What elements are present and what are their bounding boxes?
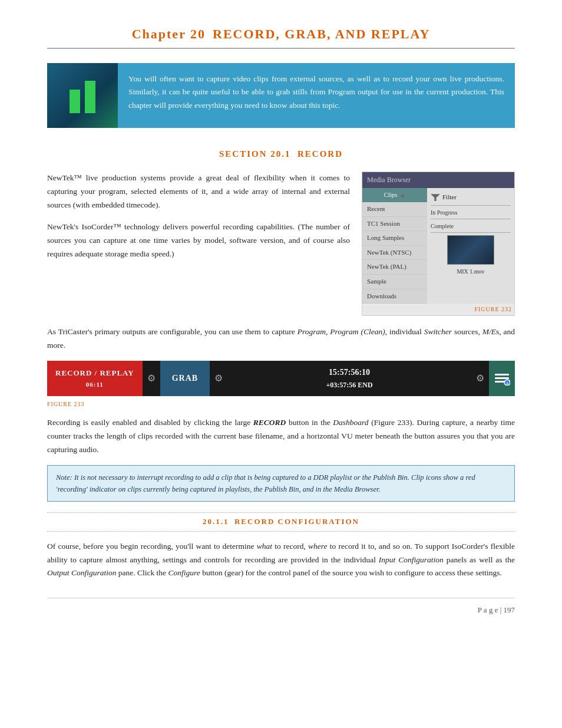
intro-text: You will often want to capture video cli… — [118, 63, 515, 128]
intro-image — [47, 63, 118, 128]
para4-mid: button in the — [286, 418, 333, 427]
media-browser-box: Media Browser Clips ▲ Recent TC1 Session… — [362, 172, 515, 316]
chapter-title: Chapter 20 RECORD, GRAB, AND REPLAY — [47, 24, 515, 49]
intro-box: You will often want to capture video cli… — [47, 63, 515, 128]
rb-end-label: +03:57:56 END — [233, 380, 465, 391]
para4-start: Recording is easily enabled and disabled… — [47, 418, 253, 427]
filter-label: Filter — [442, 192, 457, 203]
section-title: SECTION 20.1 RECORD — [47, 147, 515, 161]
rb-timecode: 15:57:56:10 — [233, 366, 465, 379]
rb-gear-3[interactable]: ⚙ — [471, 361, 489, 396]
chapter-number: Chapter 20 — [132, 27, 206, 41]
note-text: Note: It is not necessary to interrupt r… — [56, 473, 475, 493]
body-para5: Of course, before you begin recording, y… — [47, 540, 515, 581]
svg-text:2: 2 — [506, 381, 508, 386]
body-para4: Recording is easily enabled and disabled… — [47, 416, 515, 457]
svg-rect-1 — [495, 377, 509, 379]
body-para1: NewTek™ live production systems provide … — [47, 172, 350, 212]
rb-icon: 2 — [489, 361, 515, 396]
rb-grab-label: GRAB — [172, 372, 198, 385]
bar-1 — [70, 90, 80, 113]
mb-divider-1 — [431, 205, 511, 206]
mb-in-progress: In Progress — [431, 208, 511, 218]
section-label: SECTION 20.1 — [219, 149, 291, 159]
mb-divider-3 — [431, 232, 511, 233]
subsection-title: 20.1.1 RECORD CONFIGURATION — [47, 512, 515, 532]
rb-time-label: 06:11 — [55, 380, 134, 390]
rb-gear-1[interactable]: ⚙ — [143, 361, 160, 396]
mb-item-sample[interactable]: Sample — [362, 275, 427, 289]
mb-thumbnail — [447, 235, 494, 265]
rb-time: 15:57:56:10 +03:57:56 END — [227, 366, 471, 391]
mb-item-ntsc[interactable]: NewTek (NTSC) — [362, 246, 427, 261]
note-box: Note: It is not necessary to interrupt r… — [47, 465, 515, 502]
mb-right: Filter In Progress Complete MIX 1.mov — [427, 188, 514, 304]
para4-dashboard: Dashboard — [333, 418, 368, 427]
media-browser-body: Clips ▲ Recent TC1 Session Long Samples … — [362, 188, 514, 304]
mb-item-recent[interactable]: Recent — [362, 202, 427, 217]
record-icon-bars — [70, 78, 95, 113]
mb-filter: Filter — [431, 190, 511, 205]
mb-filename: MIX 1.mov — [431, 267, 511, 276]
figure233-label: FIGURE 233 — [47, 400, 515, 409]
figure232-label: FIGURE 232 — [362, 304, 514, 315]
para4-record: RECORD — [253, 418, 286, 427]
rb-record-label: RECORD / REPLAY — [55, 367, 134, 380]
mb-item-downloads[interactable]: Downloads — [362, 289, 427, 304]
mb-clips-header: Clips ▲ — [362, 188, 427, 202]
intro-image-inner — [47, 63, 118, 128]
svg-rect-0 — [495, 374, 509, 375]
scroll-arrow: ▲ — [400, 190, 406, 200]
mb-left: Clips ▲ Recent TC1 Session Long Samples … — [362, 188, 427, 304]
media-browser-title: Media Browser — [362, 172, 514, 188]
page-footer: P a g e | 197 — [47, 598, 515, 617]
menu-icon: 2 — [494, 371, 510, 386]
subsection-heading: RECORD CONFIGURATION — [234, 517, 359, 526]
rb-grab: GRAB — [160, 361, 210, 396]
body-para2: NewTek's IsoCorder™ technology delivers … — [47, 220, 350, 261]
filter-icon — [431, 194, 440, 201]
clips-label: Clips — [384, 190, 397, 200]
page-number: P a g e | 197 — [478, 605, 515, 614]
mb-item-pal[interactable]: NewTek (PAL) — [362, 260, 427, 275]
subsection-number: 20.1.1 — [203, 517, 229, 526]
mb-item-tc1[interactable]: TC1 Session — [362, 217, 427, 232]
rb-gear-2[interactable]: ⚙ — [210, 361, 227, 396]
mb-item-long[interactable]: Long Samples — [362, 231, 427, 246]
section-heading: RECORD — [297, 149, 343, 159]
record-bar-figure: RECORD / REPLAY 06:11 ⚙ GRAB ⚙ 15:57:56:… — [47, 361, 515, 396]
rb-record-section: RECORD / REPLAY 06:11 — [47, 361, 143, 396]
chapter-heading: RECORD, GRAB, AND REPLAY — [213, 27, 430, 41]
body-para3: As TriCaster's primary outputs are confi… — [47, 325, 515, 353]
content-text-left: NewTek™ live production systems provide … — [47, 172, 350, 316]
mb-complete: Complete — [431, 222, 511, 231]
bar-2 — [85, 81, 95, 113]
content-with-figure: NewTek™ live production systems provide … — [47, 172, 515, 316]
mb-divider-2 — [431, 219, 511, 219]
